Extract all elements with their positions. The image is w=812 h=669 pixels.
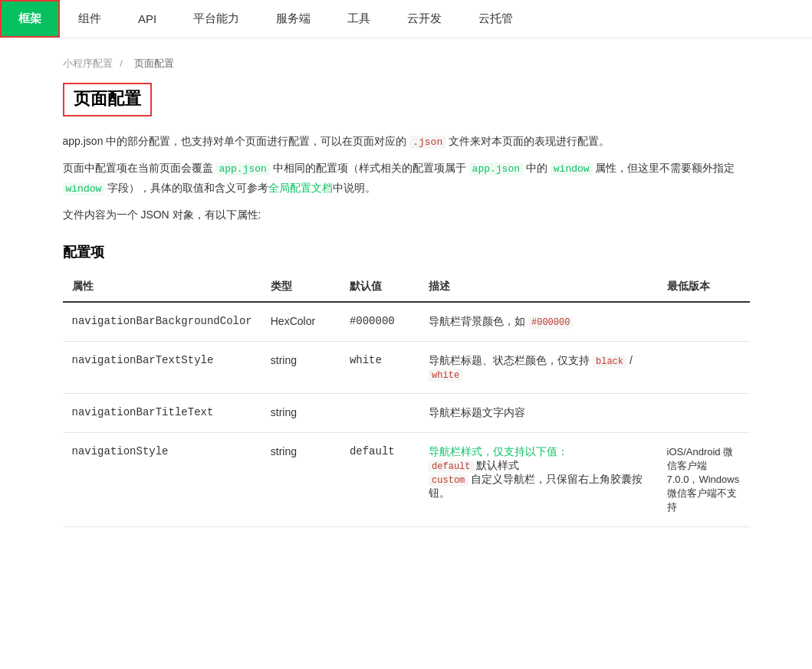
config-table: 属性 类型 默认值 描述 最低版本 navigationBarBackgroun… [63,274,750,527]
td-property-4: navigationStyle [63,433,261,527]
table-row: navigationBarTitleText string 导航栏标题文字内容 [63,394,750,433]
breadcrumb-separator: / [120,57,123,69]
table-row: navigationStyle string default 导航栏样式，仅支持… [63,433,750,527]
th-type: 类型 [261,274,340,302]
th-default: 默认值 [340,274,419,302]
td-desc-3: 导航栏标题文字内容 [419,394,657,433]
navigation-style-link[interactable]: 导航栏样式，仅支持以下值： [429,445,568,457]
td-type-4: string [261,433,340,527]
nav-item-cloud-dev[interactable]: 云开发 [389,0,460,38]
th-desc: 描述 [419,274,657,302]
desc-para-2: 页面中配置项在当前页面会覆盖 app.json 中相同的配置项（样式相关的配置项… [63,159,750,198]
td-default-3 [340,394,419,433]
desc-para-3: 文件内容为一个 JSON 对象，有以下属性: [63,205,750,225]
desc-para-1: app.json 中的部分配置，也支持对单个页面进行配置，可以在页面对应的 .j… [63,132,750,151]
td-version-4: iOS/Android 微信客户端 7.0.0，Windows 微信客户端不支持 [658,433,750,527]
td-type-1: HexColor [261,302,340,342]
td-type-3: string [261,394,340,433]
page-title: 页面配置 [74,87,141,110]
global-config-link[interactable]: 全局配置文档 [268,182,333,194]
td-desc-1: 导航栏背景颜色，如 #000000 [419,302,657,342]
breadcrumb-parent-link[interactable]: 小程序配置 [63,57,113,69]
nav-item-tools[interactable]: 工具 [329,0,389,38]
th-property: 属性 [63,274,261,302]
td-default-4: default [340,433,419,527]
top-navigation: 框架 组件 API 平台能力 服务端 工具 云开发 云托管 [0,0,812,38]
table-row: navigationBarTextStyle string white 导航栏标… [63,342,750,394]
nav-item-framework[interactable]: 框架 [0,0,60,38]
nav-item-server[interactable]: 服务端 [258,0,329,38]
main-content: 小程序配置 / 页面配置 页面配置 app.json 中的部分配置，也支持对单个… [38,38,774,546]
td-property-3: navigationBarTitleText [63,394,261,433]
nav-item-cloud-hosting[interactable]: 云托管 [460,0,531,38]
breadcrumb: 小程序配置 / 页面配置 [63,57,750,71]
breadcrumb-current: 页面配置 [134,57,174,69]
td-version-1 [658,302,750,342]
td-version-3 [658,394,750,433]
td-default-1: #000000 [340,302,419,342]
table-row: navigationBarBackgroundColor HexColor #0… [63,302,750,342]
page-title-box: 页面配置 [63,83,152,116]
nav-item-component[interactable]: 组件 [60,0,120,38]
nav-item-platform[interactable]: 平台能力 [175,0,258,38]
td-property-1: navigationBarBackgroundColor [63,302,261,342]
td-type-2: string [261,342,340,394]
nav-item-api[interactable]: API [120,0,175,38]
td-desc-2: 导航栏标题、状态栏颜色，仅支持 black / white [419,342,657,394]
td-default-2: white [340,342,419,394]
td-property-2: navigationBarTextStyle [63,342,261,394]
td-version-2 [658,342,750,394]
td-desc-4: 导航栏样式，仅支持以下值： default 默认样式 custom 自定义导航栏… [419,433,657,527]
table-header-row: 属性 类型 默认值 描述 最低版本 [63,274,750,302]
th-version: 最低版本 [658,274,750,302]
section-heading-config: 配置项 [63,243,750,261]
